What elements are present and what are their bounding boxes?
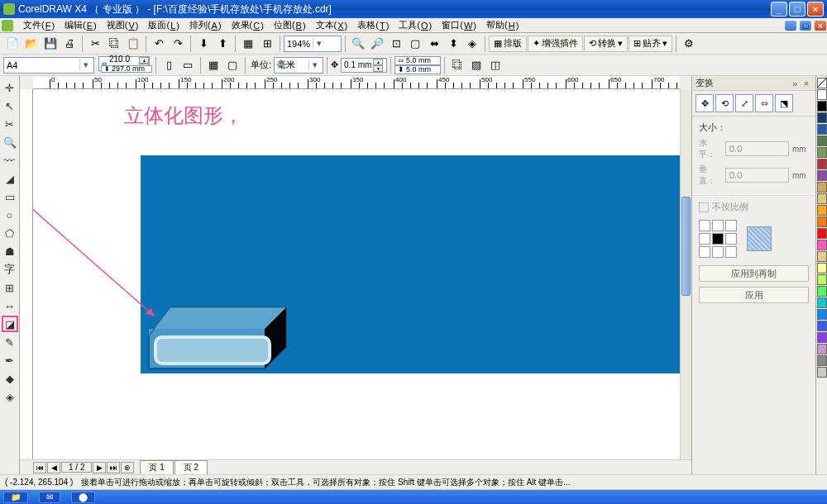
polygon-tool[interactable]: ⬠ (2, 225, 18, 241)
landscape-button[interactable]: ▭ (179, 56, 197, 74)
scale-tab[interactable]: ⤢ (735, 94, 753, 112)
apply-button[interactable]: 应用 (699, 287, 809, 303)
taskbar-item[interactable]: ✉ (39, 492, 60, 503)
all-pages-icon[interactable]: ▦ (204, 56, 222, 74)
basic-shapes-tool[interactable]: ☗ (2, 243, 18, 259)
page-height-input[interactable]: ⬍297.0 mm (101, 65, 152, 73)
taskbar-item[interactable]: ⬤ (71, 492, 95, 503)
menu-v[interactable]: 视图(V) (102, 19, 144, 31)
docker-menu-icon[interactable]: » (789, 78, 801, 88)
menu-f[interactable]: 文件(F) (18, 19, 60, 31)
vertical-input[interactable]: 0.0 (725, 168, 789, 183)
outline-tool[interactable]: ✒ (2, 352, 18, 368)
color-swatch[interactable] (817, 321, 827, 331)
proportional-checkbox[interactable]: 不按比例 (699, 201, 809, 213)
menu-o[interactable]: 工具(O) (394, 19, 437, 31)
minimize-button[interactable]: _ (771, 2, 787, 17)
next-page-button[interactable]: ▶ (93, 462, 106, 473)
docking-button[interactable]: ▦ 排版 (489, 36, 527, 52)
color-swatch[interactable] (817, 182, 827, 193)
copy-button[interactable]: ⿻ (105, 35, 123, 53)
color-swatch[interactable] (817, 332, 827, 343)
to-first-page-button[interactable]: ⏮ (33, 462, 46, 473)
vertical-scrollbar[interactable] (680, 89, 691, 459)
grid-x-input[interactable]: ⬄5.0 mm (394, 56, 441, 65)
export-button[interactable]: ⬆ (213, 35, 232, 53)
crop-tool[interactable]: ✂ (2, 116, 18, 132)
paste-button[interactable]: 📋 (124, 35, 142, 53)
eyedropper-tool[interactable]: ✎ (2, 334, 18, 350)
zoom-tool[interactable]: 🔍 (2, 134, 18, 150)
grid-y-input[interactable]: ⬍5.0 mm (394, 65, 441, 74)
current-page-icon[interactable]: ▢ (223, 56, 241, 74)
rotate-tab[interactable]: ⟲ (715, 94, 734, 112)
new-button[interactable]: 📄 (3, 35, 22, 53)
color-swatch[interactable] (817, 205, 827, 216)
import-button[interactable]: ⬇ (194, 35, 213, 53)
zoom-fit-icon[interactable]: ⊡ (387, 35, 405, 53)
color-swatch[interactable] (817, 159, 827, 169)
freehand-tool[interactable]: 〰 (2, 152, 18, 169)
color-swatch[interactable] (817, 124, 827, 135)
open-button[interactable]: 📂 (22, 35, 41, 53)
color-swatch[interactable] (817, 355, 827, 366)
options-button[interactable]: ⚙ (680, 35, 698, 53)
menu-t[interactable]: 表格(T) (352, 19, 394, 31)
color-swatch[interactable] (817, 367, 827, 378)
apply-to-duplicate-button[interactable]: 应用到再制 (699, 265, 809, 282)
docker-close-icon[interactable]: × (801, 78, 812, 88)
scrollbar-thumb[interactable] (681, 197, 691, 296)
close-button[interactable]: × (807, 2, 824, 17)
interactive-fill-tool[interactable]: ◈ (2, 388, 18, 405)
text-tool[interactable]: 字 (2, 261, 18, 278)
color-swatch[interactable] (817, 263, 827, 273)
draw-complex-button[interactable]: ◫ (486, 56, 504, 74)
color-swatch[interactable] (817, 228, 827, 239)
doc-close-button[interactable]: × (814, 20, 827, 31)
shape-tool[interactable]: ↖ (2, 97, 18, 114)
save-button[interactable]: 💾 (41, 35, 60, 53)
page-tab-1[interactable]: 页 1 (140, 460, 173, 474)
cut-button[interactable]: ✂ (86, 35, 104, 53)
color-swatch[interactable] (817, 344, 827, 354)
color-swatch[interactable] (817, 147, 827, 158)
menu-b[interactable]: 位图(B) (269, 19, 311, 31)
duplicate-distance-button[interactable]: ⿻ (448, 56, 466, 74)
welcome-button[interactable]: ⊞ (258, 35, 276, 53)
color-swatch[interactable] (817, 101, 827, 112)
menu-c[interactable]: 效果(C) (227, 19, 269, 31)
portrait-button[interactable]: ▯ (160, 56, 178, 74)
page-tab-2[interactable]: 页 2 (174, 460, 208, 474)
zoom-in-icon[interactable]: 🔍 (349, 35, 367, 53)
color-swatch[interactable] (817, 309, 827, 320)
rectangle-tool[interactable]: ▭ (2, 188, 18, 205)
redo-button[interactable]: ↷ (169, 35, 187, 53)
print-button[interactable]: 🖨 (60, 35, 79, 53)
menu-x[interactable]: 文本(X) (311, 19, 353, 31)
horizontal-input[interactable]: 0.0 (725, 141, 789, 156)
skew-tab[interactable]: ⬔ (775, 94, 793, 112)
unit-combo[interactable]: 毫米 ▾ (274, 57, 323, 74)
maximize-button[interactable]: □ (789, 2, 805, 17)
taskbar-item[interactable]: 📁 (3, 492, 28, 503)
color-swatch[interactable] (817, 274, 827, 285)
undo-button[interactable]: ↶ (150, 35, 168, 53)
color-swatch[interactable] (817, 251, 827, 262)
doc-restore-button[interactable]: □ (799, 20, 812, 31)
to-last-page-button[interactable]: ⏭ (107, 462, 120, 473)
enhance-plugin-button[interactable]: ✦ 增强插件 (528, 36, 583, 52)
docker-header[interactable]: 变换 » × (692, 76, 815, 91)
pick-tool[interactable]: ✛ (2, 79, 18, 96)
menu-w[interactable]: 窗口(W) (437, 19, 481, 31)
drawing-canvas[interactable]: 立体化图形， (33, 89, 680, 459)
doc-minimize-button[interactable]: _ (784, 20, 797, 31)
snap-button[interactable]: ⊞ 贴齐 ▾ (629, 36, 672, 52)
fill-tool[interactable]: ◆ (2, 370, 18, 387)
zoom-width-icon[interactable]: ⬌ (425, 35, 443, 53)
color-swatch[interactable] (817, 286, 827, 297)
nudge-offset-input[interactable]: 0.1 mm ▴▾ (341, 58, 387, 73)
zoom-height-icon[interactable]: ⬍ (444, 35, 462, 53)
paper-size-combo[interactable]: A4 ▾ (3, 57, 94, 74)
ellipse-tool[interactable]: ○ (2, 207, 18, 223)
add-page-button[interactable]: ⊕ (121, 462, 134, 473)
